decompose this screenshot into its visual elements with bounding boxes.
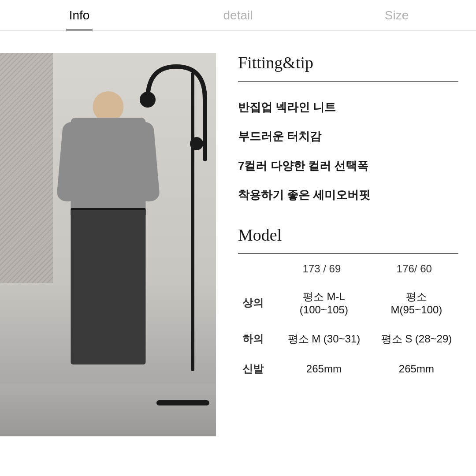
feature-item-1: 부드러운 터치감 <box>238 128 458 144</box>
model-row1-label: 하의 <box>238 324 273 354</box>
fitting-divider <box>238 81 458 82</box>
model-row-0: 상의 평소 M-L (100~105) 평소 M(95~100) <box>238 282 458 324</box>
model-row0-label: 상의 <box>238 282 273 324</box>
product-image-panel <box>0 53 216 436</box>
main-content: Fitting&tip 반집업 넥라인 니트 부드러운 터치감 7컬러 다양한 … <box>0 31 476 476</box>
feature-item-3: 착용하기 좋은 세미오버핏 <box>238 187 458 203</box>
model-row2-col1: 265mm <box>273 354 375 384</box>
tab-info[interactable]: Info <box>0 0 159 30</box>
display-stand-base <box>156 400 209 405</box>
model-row0-col2: 평소 M(95~100) <box>375 282 458 324</box>
tab-bar: Info detail Size <box>0 0 476 31</box>
model-row1-col2: 평소 S (28~29) <box>375 324 458 354</box>
person-pants <box>71 210 145 364</box>
model-row1-col1: 평소 M (30~31) <box>273 324 375 354</box>
model-header-row: 173 / 69 176/ 60 <box>238 256 458 282</box>
tab-detail[interactable]: detail <box>159 0 317 30</box>
model-col0-header <box>238 256 273 282</box>
tab-detail-label: detail <box>223 8 253 22</box>
tab-info-label: Info <box>69 8 90 22</box>
tab-size-label: Size <box>385 8 409 22</box>
model-row-1: 하의 평소 M (30~31) 평소 S (28~29) <box>238 324 458 354</box>
model-title: Model <box>238 225 458 245</box>
feature-item-0: 반집업 넥라인 니트 <box>238 99 458 115</box>
model-col2-header: 176/ 60 <box>375 256 458 282</box>
svg-point-0 <box>140 92 156 108</box>
info-panel: Fitting&tip 반집업 넥라인 니트 부드러운 터치감 7컬러 다양한 … <box>216 31 476 476</box>
model-table: 173 / 69 176/ 60 상의 평소 M-L (100~105) 평소 … <box>238 256 458 384</box>
display-stand-arch <box>119 64 207 161</box>
model-row2-label: 신발 <box>238 354 273 384</box>
model-row0-col1: 평소 M-L (100~105) <box>273 282 375 324</box>
model-divider <box>238 253 458 254</box>
fashion-photo <box>0 53 216 436</box>
feature-list: 반집업 넥라인 니트 부드러운 터치감 7컬러 다양한 컬러 선택폭 착용하기 … <box>238 99 458 203</box>
model-row2-col2: 265mm <box>375 354 458 384</box>
model-row-2: 신발 265mm 265mm <box>238 354 458 384</box>
feature-item-2: 7컬러 다양한 컬러 선택폭 <box>238 158 458 174</box>
model-section: Model 173 / 69 176/ 60 상의 평소 M-L (100~10… <box>238 225 458 384</box>
model-col1-header: 173 / 69 <box>273 256 375 282</box>
tab-size[interactable]: Size <box>317 0 476 30</box>
fitting-title: Fitting&tip <box>238 53 458 72</box>
